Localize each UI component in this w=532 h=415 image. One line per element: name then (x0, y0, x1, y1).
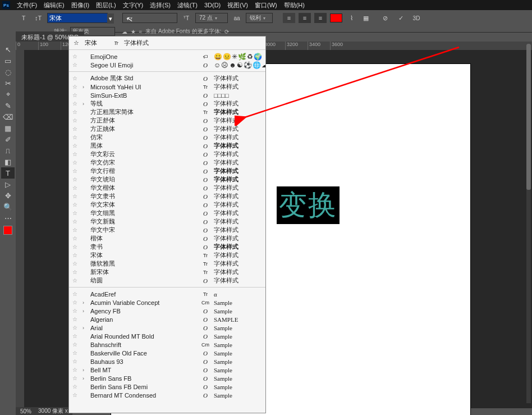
tool-15[interactable]: ⋯ (1, 212, 15, 224)
tool-10[interactable]: ◧ (1, 156, 15, 167)
font-list-item[interactable]: ☆方正舒体O字体样式 (69, 116, 265, 125)
commit-icon[interactable]: ✓ (395, 12, 406, 24)
text-orient-icon[interactable]: ↕T (33, 12, 44, 24)
font-list-item[interactable]: ☆Adobe 黑体 StdO字体样式 (69, 74, 265, 83)
menu-window[interactable]: 窗口(W) (251, 1, 281, 10)
tool-11[interactable]: T (1, 167, 15, 179)
font-list-item[interactable]: ☆隶书O字体样式 (69, 243, 265, 251)
expand-icon[interactable]: › (82, 101, 87, 107)
font-list-item[interactable]: ☆华文隶书O字体样式 (69, 192, 265, 200)
tool-4[interactable]: ⌖ (1, 89, 15, 100)
font-list-item[interactable]: ☆方正姚体O字体样式 (69, 125, 265, 133)
menu-image[interactable]: 图像(I) (68, 1, 93, 10)
star-icon[interactable]: ☆ (72, 84, 79, 90)
tool-2[interactable]: ◌ (1, 66, 15, 77)
tool-5[interactable]: ✎ (1, 100, 15, 111)
menu-filter[interactable]: 滤镜(T) (174, 1, 201, 10)
text-color-swatch[interactable] (330, 13, 342, 22)
tool-8[interactable]: ✐ (1, 134, 15, 145)
star-icon[interactable]: ☆ (72, 291, 79, 297)
star-icon[interactable]: ☆ (72, 176, 79, 183)
expand-icon[interactable]: › (82, 376, 87, 381)
tool-9[interactable]: ⎍ (1, 145, 15, 156)
star-icon[interactable]: ☆ (72, 299, 79, 305)
star-icon[interactable]: ☆ (72, 75, 79, 81)
menu-3d[interactable]: 3D(D) (201, 2, 224, 8)
star-icon[interactable]: ☆ (72, 261, 79, 267)
font-list-item[interactable]: ☆Bauhaus 93OSample (69, 357, 265, 366)
font-list-item[interactable]: ☆›Agency FBOSample (69, 307, 265, 315)
font-list-item[interactable]: ☆华文琥珀O字体样式 (69, 175, 265, 184)
star-icon[interactable]: ☆ (72, 244, 79, 250)
scrollbar-vertical[interactable] (526, 44, 531, 403)
tool-6[interactable]: ⌫ (1, 111, 15, 122)
star-icon[interactable]: ☆ (72, 126, 79, 132)
tool-3[interactable]: ✂ (1, 77, 15, 89)
star-icon[interactable]: ☆ (72, 159, 79, 166)
star-icon[interactable]: ☆ (72, 193, 79, 199)
star-icon[interactable]: ☆ (72, 308, 79, 314)
expand-icon[interactable]: › (82, 325, 87, 331)
warp-text-icon[interactable]: ⌇ (346, 12, 357, 24)
menu-select[interactable]: 选择(S) (146, 1, 174, 10)
font-list-item[interactable]: ☆仿宋O字体样式 (69, 133, 265, 142)
font-list-item[interactable]: ☆华文宋体O字体样式 (69, 200, 265, 209)
star-icon[interactable]: ☆ (72, 235, 79, 241)
star-icon[interactable]: ☆ (72, 53, 79, 60)
star-icon[interactable]: ☆ (72, 269, 79, 275)
font-list-item[interactable]: ☆方正粗黑宋简体Tr字体样式 (69, 108, 265, 116)
star-icon[interactable]: ☆ (72, 384, 79, 390)
expand-icon[interactable]: › (82, 300, 87, 305)
fg-color[interactable] (3, 226, 12, 235)
star-icon[interactable]: ☆ (72, 151, 79, 157)
star-icon[interactable]: ☆ (72, 109, 79, 115)
expand-icon[interactable]: › (82, 367, 87, 373)
star-icon[interactable]: ☆ (72, 134, 79, 140)
star-icon[interactable]: ☆ (72, 316, 79, 322)
sync-icon[interactable]: ⟳ (224, 29, 229, 35)
menu-type[interactable]: 文字(Y) (120, 1, 147, 10)
expand-icon[interactable]: › (82, 84, 87, 90)
font-list-item[interactable]: ☆华文行楷O字体样式 (69, 167, 265, 175)
antialias-field[interactable]: 锐利 (246, 13, 273, 23)
font-size-field[interactable]: 72 点 (195, 13, 228, 23)
scrollbar-thumb[interactable] (526, 44, 531, 190)
star-icon[interactable]: ☆ (72, 62, 79, 68)
star-icon[interactable]: ☆ (72, 101, 79, 107)
tool-7[interactable]: ▦ (1, 122, 15, 134)
font-list-item[interactable]: ☆华文仿宋O字体样式 (69, 158, 265, 167)
font-list-item[interactable]: ☆›等线O字体样式 (69, 99, 265, 108)
font-list-item[interactable]: ☆华文中宋O字体样式 (69, 226, 265, 234)
font-list-item[interactable]: ☆Baskerville Old FaceOSample (69, 349, 265, 357)
star-icon[interactable]: ☆ (72, 277, 79, 284)
menu-file[interactable]: 文件(F) (13, 1, 40, 10)
star-filter-icon[interactable]: ★ (131, 29, 136, 35)
font-list-item[interactable]: ☆幼圆O字体样式 (69, 276, 265, 285)
menu-edit[interactable]: 编辑(E) (40, 1, 68, 10)
font-list-item[interactable]: ☆Berlin Sans FB DemiOSample (69, 382, 265, 391)
tool-preset-icon[interactable]: T (18, 12, 29, 24)
star-icon[interactable]: ☆ (72, 92, 79, 98)
font-list-item[interactable]: ☆Segoe UI EmojiO☺☹☻☯⚽🌐☁ (69, 61, 265, 69)
font-list-item[interactable]: ☆楷体O字体样式 (69, 234, 265, 243)
font-list-item[interactable]: ☆黑体O字体样式 (69, 142, 265, 150)
font-list-item[interactable]: ☆华文细黑O字体样式 (69, 209, 265, 217)
star-icon[interactable]: ☆ (72, 202, 79, 208)
menu-help[interactable]: 帮助(H) (281, 1, 308, 10)
fav-header-icon[interactable]: ☆ (74, 39, 79, 47)
tool-1[interactable]: ▭ (1, 55, 15, 66)
font-list-item[interactable]: ☆微软雅黑Tr字体样式 (69, 259, 265, 268)
tool-12[interactable]: ▷ (1, 179, 15, 190)
star-icon[interactable]: ☆ (72, 325, 79, 331)
font-list-item[interactable]: ☆Bernard MT CondensedOSample (69, 391, 265, 399)
font-family-field[interactable]: 宋体 ▾ (47, 13, 108, 23)
tool-14[interactable]: 🔍 (1, 201, 15, 212)
font-list-item[interactable]: ☆Arial Rounded MT BoldOSample (69, 332, 265, 340)
font-list-item[interactable]: ☆新宋体Tr字体样式 (69, 268, 265, 276)
font-list-item[interactable]: ☆华文彩云O字体样式 (69, 150, 265, 158)
star-icon[interactable]: ☆ (72, 375, 79, 381)
similar-filter-icon[interactable]: ≈ (139, 29, 143, 35)
status-zoom[interactable]: 50% (20, 408, 31, 414)
canvas-text-layer[interactable]: 变换 (277, 186, 340, 224)
adobe-fonts-icon[interactable]: ☁ (122, 29, 127, 35)
